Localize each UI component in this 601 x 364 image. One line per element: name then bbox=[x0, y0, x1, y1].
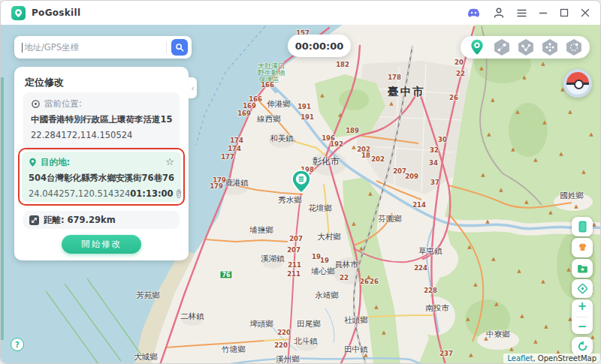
maximize-button[interactable] bbox=[560, 8, 569, 17]
destination-highlight-box: 目的地: ☆ 504台灣彰化縣秀水鄉安溪街76巷76號 24.044257,12… bbox=[18, 148, 185, 206]
favorite-star-icon[interactable]: ☆ bbox=[165, 156, 174, 167]
app-name: PoGoskill bbox=[32, 8, 80, 18]
osm-link[interactable]: OpenStreetMap bbox=[538, 354, 596, 362]
destination-marker[interactable] bbox=[291, 170, 311, 194]
pin-icon bbox=[29, 158, 37, 167]
titlebar: PoGoskill bbox=[1, 1, 600, 25]
app-logo-icon bbox=[11, 6, 26, 20]
panel-title: 定位修改 bbox=[25, 76, 64, 89]
current-location-address: 中國香港特別行政區上環荷李活道151號Iz... bbox=[31, 114, 172, 125]
account-icon[interactable] bbox=[493, 7, 505, 19]
panel-collapse-button[interactable]: ‹ bbox=[189, 77, 197, 98]
search-button[interactable] bbox=[171, 39, 188, 56]
leaflet-link[interactable]: Leaflet bbox=[507, 354, 533, 362]
zoom-in-button[interactable]: + bbox=[572, 301, 593, 312]
help-button[interactable]: ? bbox=[11, 338, 24, 351]
session-timer: 00:00:00 bbox=[288, 35, 351, 57]
map-canvas[interactable]: 臺中市彰化市伸港鄉線西鄉和美鎮鹿港鎮秀水鄉花壇鄉芬園鄉埔鹽鄉大村鄉溪湖鎮員林市埔… bbox=[1, 25, 601, 364]
app-window: PoGoskill bbox=[0, 0, 601, 364]
close-button[interactable] bbox=[581, 8, 590, 17]
menu-icon[interactable] bbox=[517, 9, 527, 17]
undo-button[interactable] bbox=[572, 337, 593, 355]
search-divider bbox=[166, 41, 167, 53]
zoom-divider bbox=[576, 317, 588, 317]
multi-spot-mode-icon[interactable] bbox=[518, 39, 534, 56]
current-location-coords: 22.284172,114.150524 bbox=[31, 130, 172, 140]
eta-value: 01:13:00 bbox=[130, 188, 173, 199]
distance-row: 距離: 679.29km bbox=[23, 211, 180, 229]
current-location-label: 當前位置: bbox=[44, 98, 82, 110]
search-bar[interactable]: 地址/GPS坐標 bbox=[14, 36, 192, 59]
pokeball-icon bbox=[566, 72, 589, 95]
two-spot-mode-icon[interactable] bbox=[494, 39, 510, 56]
joystick-mode-icon[interactable] bbox=[542, 39, 558, 56]
locate-button[interactable] bbox=[572, 279, 593, 298]
text-caret bbox=[22, 43, 23, 53]
zoom-controls: + − bbox=[572, 299, 593, 334]
destination-address: 504台灣彰化縣秀水鄉安溪街76巷76號 bbox=[29, 173, 174, 184]
discord-icon[interactable] bbox=[467, 8, 481, 19]
teleport-mode-icon[interactable] bbox=[468, 38, 486, 56]
current-location-card: 當前位置: 中國香港特別行政區上環荷李活道151號Iz... 22.284172… bbox=[23, 92, 180, 151]
destination-card: 目的地: ☆ 504台灣彰化縣秀水鄉安溪街76巷76號 24.044257,12… bbox=[22, 152, 181, 202]
zoom-out-button[interactable]: − bbox=[572, 321, 593, 332]
pokeball-button[interactable] bbox=[563, 69, 592, 98]
search-input[interactable]: 地址/GPS坐標 bbox=[24, 42, 162, 53]
destination-label: 目的地: bbox=[41, 157, 70, 168]
distance-value: 距離: 679.29km bbox=[44, 215, 116, 226]
cooldown-bag-button[interactable] bbox=[572, 238, 593, 257]
eta-help-icon[interactable]: ? bbox=[177, 189, 182, 198]
location-panel: 定位修改 ‹ 當前位置: 中國香港特別行政區上環荷李活道151號Iz... 22… bbox=[14, 67, 189, 260]
start-modify-button[interactable]: 開始修改 bbox=[62, 235, 141, 254]
target-icon bbox=[31, 99, 41, 109]
distance-icon bbox=[29, 215, 39, 225]
gpx-route-mode-icon[interactable] bbox=[566, 39, 582, 56]
minimize-button[interactable] bbox=[539, 8, 548, 17]
mode-toolbar bbox=[461, 36, 590, 59]
map-attribution: Leaflet, OpenStreetMap bbox=[503, 353, 600, 363]
collection-button[interactable] bbox=[572, 259, 593, 278]
destination-coords: 24.044257,120.514324 bbox=[29, 188, 130, 199]
device-button[interactable] bbox=[572, 217, 593, 236]
